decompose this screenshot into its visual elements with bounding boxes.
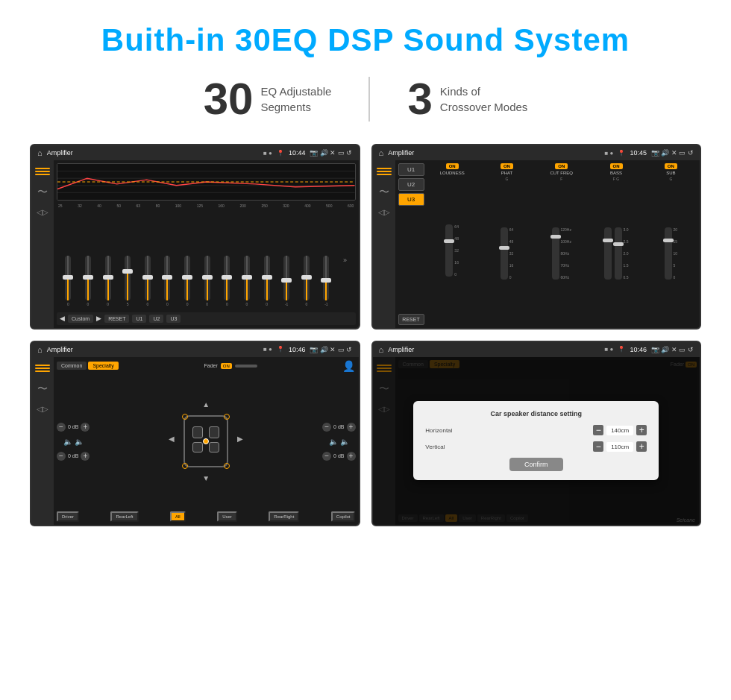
- eq-next[interactable]: ▶: [96, 315, 101, 322]
- eq-screen: ⌂ Amplifier ■ ● 📍 10:44 📷 🔊 ✕ ▭ ↺ 〜 ◁▷: [30, 144, 360, 329]
- tab-common[interactable]: Common: [57, 362, 87, 370]
- eq-u1-btn[interactable]: U1: [132, 315, 146, 323]
- balance-center-dot[interactable]: [203, 438, 209, 444]
- confirm-button[interactable]: Confirm: [509, 458, 563, 471]
- horizontal-minus[interactable]: −: [593, 425, 603, 435]
- left-db2-plus[interactable]: +: [81, 452, 90, 461]
- arrow-right: ▶: [237, 435, 243, 443]
- right-db2-minus[interactable]: −: [322, 452, 331, 461]
- bottom-driver[interactable]: Driver: [57, 511, 79, 522]
- cutfreq-toggle[interactable]: ON: [555, 163, 568, 169]
- horizontal-value: 140cm: [606, 426, 633, 435]
- crossover-reset-btn[interactable]: RESET: [398, 314, 424, 325]
- right-db1-plus[interactable]: +: [347, 423, 356, 432]
- crossover-channels: ON LOUDNESS 64 48 32 16 0: [427, 163, 697, 325]
- crossover-u2-btn[interactable]: U2: [398, 178, 424, 191]
- dialog-status-icons: 📷 🔊 ✕ ▭ ↺: [651, 346, 694, 353]
- dialog-content: 〜 ◁▷ Common Specialty Fader ON Driver R: [373, 357, 700, 525]
- eq-u2-btn[interactable]: U2: [149, 315, 163, 323]
- crossover-u3-btn[interactable]: U3: [398, 193, 424, 206]
- left-db-row-1: − 0 dB +: [57, 423, 90, 432]
- eq-time: 10:44: [289, 149, 306, 157]
- screens-grid: ⌂ Amplifier ■ ● 📍 10:44 📷 🔊 ✕ ▭ ↺ 〜 ◁▷: [0, 136, 731, 541]
- eq-slider-14: -1: [323, 254, 329, 306]
- specialty-location-icon: 📍: [277, 346, 284, 353]
- eq-content: 〜 ◁▷: [31, 160, 359, 328]
- bottom-all[interactable]: All: [170, 511, 186, 522]
- specialty-center: − 0 dB + 🔈 🔈 − 0 dB +: [57, 374, 356, 509]
- dialog-location-icon: 📍: [618, 346, 625, 353]
- loudness-toggle[interactable]: ON: [446, 163, 459, 169]
- bass-toggle[interactable]: ON: [610, 163, 623, 169]
- crossover-location-icon: 📍: [618, 150, 625, 157]
- fader-slider[interactable]: [235, 365, 257, 368]
- dialog-vertical-control: − 110cm +: [593, 441, 647, 452]
- eq-sidebar-equalizer[interactable]: [35, 166, 50, 177]
- eq-slider-12: -1: [283, 254, 289, 306]
- dialog-home-icon[interactable]: ⌂: [379, 345, 384, 354]
- crossover-icons: ■ ●: [605, 150, 614, 157]
- left-db1-plus[interactable]: +: [81, 423, 90, 432]
- specialty-sidebar-wave[interactable]: 〜: [37, 382, 48, 396]
- crossover-sidebar-vol[interactable]: ◁▷: [378, 208, 390, 216]
- eq-sliders: 0 0: [57, 211, 356, 309]
- stat-crossover-number: 3: [407, 77, 432, 122]
- right-db2-plus[interactable]: +: [347, 452, 356, 461]
- seat-fl: [192, 426, 203, 438]
- crossover-u1-btn[interactable]: U1: [398, 163, 424, 176]
- eq-preset-custom[interactable]: Custom: [68, 315, 93, 323]
- phat-slider[interactable]: [501, 227, 508, 280]
- eq-slider-11: 0: [264, 254, 270, 306]
- crossover-status-icons: 📷 🔊 ✕ ▭ ↺: [651, 149, 694, 157]
- channel-loudness: ON LOUDNESS 64 48 32 16 0: [427, 163, 478, 325]
- crossover-u-buttons: U1 U2 U3 RESET: [398, 163, 424, 325]
- page-header: Buith-in 30EQ DSP Sound System: [0, 0, 731, 66]
- horizontal-plus[interactable]: +: [636, 425, 647, 435]
- phat-toggle[interactable]: ON: [501, 163, 513, 169]
- left-db2-minus[interactable]: −: [57, 452, 66, 461]
- crossover-sidebar-wave[interactable]: 〜: [379, 186, 389, 199]
- bass-slider2[interactable]: [615, 227, 622, 280]
- bottom-user[interactable]: User: [217, 511, 237, 522]
- eq-reset-btn[interactable]: RESET: [104, 315, 129, 323]
- cutfreq-slider[interactable]: [552, 227, 559, 280]
- loudness-slider[interactable]: [445, 224, 453, 277]
- eq-status-icons: 📷 🔊 ✕ ▭ ↺: [310, 149, 352, 157]
- eq-sidebar-volume[interactable]: ◁▷: [37, 208, 48, 216]
- crossover-status-bar: ⌂ Amplifier ■ ● 📍 10:45 📷 🔊 ✕ ▭ ↺: [373, 145, 700, 160]
- right-db1-value: 0 dB: [333, 424, 344, 429]
- bottom-copilot[interactable]: Copilot: [331, 511, 356, 522]
- left-db2-value: 0 dB: [68, 453, 78, 458]
- car-body: [183, 415, 228, 467]
- bottom-rearleft[interactable]: RearLeft: [110, 511, 138, 522]
- sub-slider[interactable]: [665, 227, 672, 280]
- eq-u3-btn[interactable]: U3: [166, 315, 181, 323]
- phat-label: PHAT: [501, 171, 513, 175]
- left-db1-minus[interactable]: −: [57, 423, 66, 432]
- home-icon[interactable]: ⌂: [37, 148, 43, 157]
- vertical-plus[interactable]: +: [636, 441, 647, 452]
- eq-title: Amplifier: [47, 149, 259, 157]
- left-db-row-2: − 0 dB +: [57, 452, 90, 461]
- arrow-up: ▲: [202, 400, 210, 409]
- eq-slider-2: 0: [85, 254, 91, 306]
- specialty-time: 10:46: [289, 346, 306, 353]
- vertical-minus[interactable]: −: [593, 441, 603, 452]
- bottom-rearright[interactable]: RearRight: [269, 511, 299, 522]
- crossover-home-icon[interactable]: ⌂: [379, 148, 384, 157]
- specialty-sidebar-vol[interactable]: ◁▷: [37, 405, 48, 413]
- eq-prev[interactable]: ◀: [60, 315, 65, 322]
- dialog-vertical-label: Vertical: [425, 444, 462, 450]
- eq-sidebar-wave[interactable]: 〜: [37, 186, 48, 199]
- crossover-sidebar-eq[interactable]: [377, 166, 392, 177]
- specialty-home-icon[interactable]: ⌂: [37, 345, 43, 354]
- dialog-overlay: Car speaker distance setting Horizontal …: [373, 357, 700, 525]
- seat-rl: [192, 442, 203, 453]
- bass-slider1[interactable]: [604, 227, 612, 280]
- specialty-content: 〜 ◁▷ Common Specialty Fader ON 👤: [31, 357, 359, 525]
- specialty-sidebar-eq[interactable]: [35, 363, 50, 373]
- left-db-controls: − 0 dB + 🔈 🔈 − 0 dB +: [57, 374, 90, 509]
- tab-specialty[interactable]: Specialty: [88, 362, 118, 370]
- sub-toggle[interactable]: ON: [665, 163, 677, 169]
- right-db1-minus[interactable]: −: [322, 423, 331, 432]
